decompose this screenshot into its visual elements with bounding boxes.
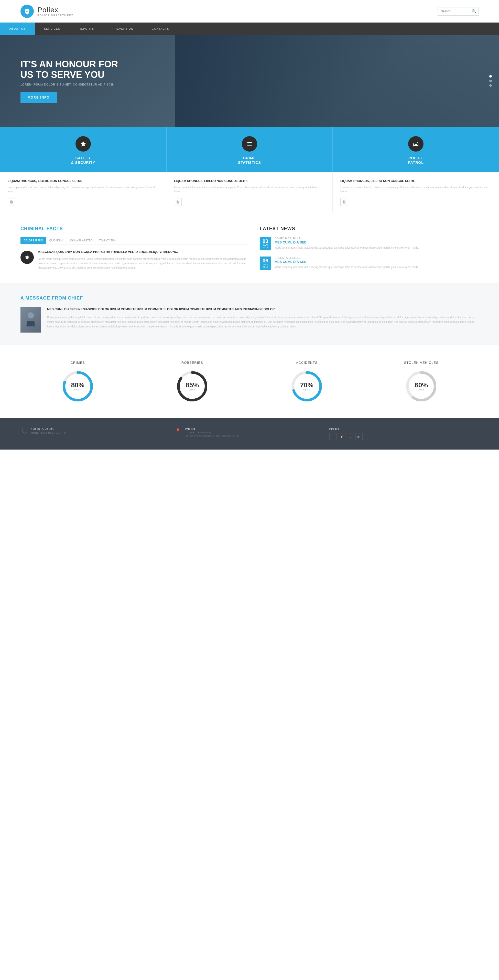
stats-grid: CRIMES 80% LESS ROBBERIES <box>21 361 478 403</box>
search-box[interactable]: 🔍 <box>438 7 478 16</box>
stat-percent-stolen: 60% <box>415 382 428 388</box>
news-heading-1: MES CUML DIA SED <box>275 240 419 244</box>
crime-icon-circle <box>242 136 257 151</box>
detail-icon-btn-crime[interactable] <box>174 198 182 206</box>
social-googleplus[interactable]: g+ <box>356 433 362 440</box>
nav-item-services[interactable]: SERVICES <box>35 22 69 35</box>
more-info-button[interactable]: MORE INFO <box>21 92 57 103</box>
social-facebook[interactable]: f <box>329 433 337 440</box>
stats-section: CRIMES 80% LESS ROBBERIES <box>0 345 499 418</box>
detail-body-crime: Lorem ipsum dolor sit amet, consectetur … <box>174 185 325 194</box>
chief-content: MES CUML DIA SED INENIASINGE DOLOR IPSUM… <box>21 307 478 332</box>
facts-icon-circle <box>21 251 34 264</box>
footer-address-text: POLIEX POLICE DEPARTMENT LOREM IPSUM DOL… <box>185 428 239 437</box>
tab-dolore[interactable]: DOLORE IPSUM <box>21 237 46 244</box>
search-input[interactable] <box>441 10 472 13</box>
header: Poliex POLICE DEPARTMENT 🔍 <box>0 0 499 22</box>
chief-title: A MESSAGE FROM CHIEF <box>21 296 478 301</box>
file-icon <box>10 200 13 204</box>
nav-item-prevention[interactable]: PREVENTION <box>103 22 143 35</box>
chief-body: Donec maric nunc pulvinar git ditt comec… <box>47 315 478 329</box>
facts-content: MAECENAS QUIS ENIM NON LIGULA PHARETRA F… <box>21 250 247 270</box>
stat-circle-crimes: 80% LESS <box>61 370 94 403</box>
feature-cards: SAFETY& SECURITY CRIMESTATISTICS POLICEP… <box>0 127 499 172</box>
news-body-2: Mollis tempor quam mais iactus racing st… <box>275 265 419 269</box>
stat-percent-robberies: 85% <box>186 382 199 388</box>
logo-name: Poliex <box>37 6 58 14</box>
mid-section: CRIMINAL FACTS DOLORE IPSUM QUIS ENIM LI… <box>0 213 499 283</box>
nav-item-reports[interactable]: REPORTS <box>69 22 103 35</box>
hero-image-area <box>175 35 499 127</box>
stat-percent-accidents: 70% <box>300 382 313 388</box>
feature-card-patrol: POLICEPATROL <box>333 127 499 172</box>
stat-circle-robberies: 85% LESS <box>176 370 209 403</box>
criminal-facts-title: CRIMINAL FACTS <box>21 226 247 231</box>
patrol-icon-circle <box>408 136 424 151</box>
safety-icon-circle <box>75 136 91 151</box>
detail-title-safety: LIQUAM RHONCUS, LIBERO NON CONGUE ULTRI. <box>8 179 158 183</box>
stat-label-robberies: ROBBERIES <box>181 361 203 364</box>
stat-circle-accidents: 70% LESS <box>290 370 323 403</box>
detail-icon-btn-patrol[interactable] <box>340 198 348 206</box>
search-icon[interactable]: 🔍 <box>472 9 477 14</box>
stat-crimes: CRIMES 80% LESS <box>21 361 135 403</box>
dot-active[interactable] <box>489 75 492 78</box>
logo-area: Poliex POLICE DEPARTMENT <box>21 5 73 18</box>
tab-itollicy[interactable]: ITOLLICY TUA <box>95 237 119 244</box>
news-item-1: 03 JAN 2015 DONEC FACILISI ULE MES CUML … <box>260 237 478 250</box>
footer-social-title: POLIEX <box>329 428 478 431</box>
detail-safety: LIQUAM RHONCUS, LIBERO NON CONGUE ULTRI.… <box>0 172 166 213</box>
stat-accidents: ACCIDENTS 70% LESS <box>249 361 364 403</box>
detail-title-crime: LIQUAM RHONCUS, LIBERO NON CONGUE ULTRI. <box>174 179 325 183</box>
file-icon-2 <box>176 200 180 204</box>
news-body-1: Mollis tempor quam mais iactus racing st… <box>275 246 419 250</box>
tab-ligula[interactable]: LIGULA PHARETRA <box>66 237 95 244</box>
footer-address-name: POLIEX <box>185 428 239 431</box>
social-rss[interactable]: ⚡ <box>338 433 345 440</box>
news-day-1: 03 <box>262 239 269 244</box>
social-twitter[interactable]: t <box>347 433 354 440</box>
news-month-1: JAN <box>262 244 269 246</box>
footer-address-detail: LOREM IPSUM DOLOR SIT AMET CONSECTETUR <box>185 435 239 437</box>
file-icon-3 <box>342 200 346 204</box>
hero-content: IT'S AN HONOUR FOR US TO SERVE YOU LOREM… <box>21 59 128 103</box>
detail-title-patrol: LIQUAM RHONCUS, LIBERO NON CONGUE ULTRI. <box>340 179 491 183</box>
hero-title: IT'S AN HONOUR FOR US TO SERVE YOU <box>21 59 128 80</box>
feature-title-patrol: POLICEPATROL <box>408 156 424 165</box>
facts-tabs: DOLORE IPSUM QUIS ENIM LIGULA PHARETRA I… <box>21 237 247 245</box>
footer-address-dept: POLICE DEPARTMENT <box>185 431 239 434</box>
facts-content-title: MAECENAS QUIS ENIM NON LIGULA PHARETRA F… <box>38 250 247 254</box>
hero-subtitle: LOREM IPSUM DOLOR SIT AMET, CONSECTETUR … <box>21 83 128 86</box>
detail-icon-btn-safety[interactable] <box>8 198 15 206</box>
footer-address: 📍 POLIEX POLICE DEPARTMENT LOREM IPSUM D… <box>175 428 324 440</box>
footer-contact: 📞 1 (800) 555-35-35 MORE MUST INIENGER T… <box>21 428 170 440</box>
news-subtitle-2: DONEC FACILISI ULE <box>275 256 419 259</box>
stat-label-stolen: STOLEN VEHICLES <box>404 361 439 364</box>
nav-item-about[interactable]: ABOUT US <box>0 22 35 35</box>
hero-section: IT'S AN HONOUR FOR US TO SERVE YOU LOREM… <box>0 35 499 127</box>
news-item-2: 06 JAN 2015 DONEC FACILISI ULE MES CUML … <box>260 256 478 270</box>
dot-2[interactable] <box>489 84 492 87</box>
news-heading-2: MES CUML DIA SED <box>275 260 419 264</box>
feature-card-safety: SAFETY& SECURITY <box>0 127 166 172</box>
news-year-2: 2015 <box>262 266 269 268</box>
footer-contact-text: 1 (800) 555-35-35 MORE MUST INIENGER TO <box>31 428 66 434</box>
news-text-2: DONEC FACILISI ULE MES CUML DIA SED Moll… <box>275 256 419 269</box>
news-day-2: 06 <box>262 258 269 263</box>
footer-phone: 1 (800) 555-35-35 <box>31 428 66 431</box>
dot-1[interactable] <box>489 80 492 82</box>
news-subtitle-1: DONEC FACILISI ULE <box>275 237 419 240</box>
facts-star-icon <box>24 255 30 260</box>
chief-text: MES CUML DIA SED INENIASINGE DOLOR IPSUM… <box>47 307 478 329</box>
latest-news: LATEST NEWS 03 JAN 2015 DONEC FACILISI U… <box>252 226 478 270</box>
tab-quis[interactable]: QUIS ENIM <box>46 237 66 244</box>
news-month-2: JAN <box>262 263 269 266</box>
logo-subtitle: POLICE DEPARTMENT <box>37 14 73 17</box>
news-title: LATEST NEWS <box>260 226 478 231</box>
stat-percent-crimes: 80% <box>71 382 84 388</box>
location-icon: 📍 <box>175 428 181 434</box>
nav-item-contacts[interactable]: CONTACTS <box>143 22 178 35</box>
car-icon <box>413 140 419 147</box>
navigation: ABOUT US SERVICES REPORTS PREVENTION CON… <box>0 22 499 35</box>
hero-dots <box>489 75 492 87</box>
